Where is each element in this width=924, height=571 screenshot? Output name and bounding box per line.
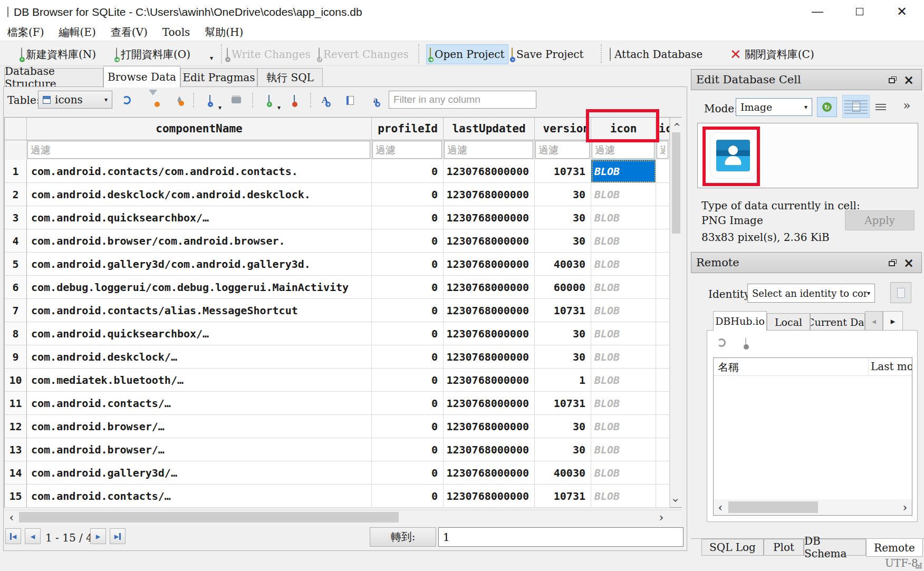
- goto-button[interactable]: 轉到:: [370, 527, 436, 547]
- table-select[interactable]: icons ▾: [38, 91, 112, 109]
- scroll-up-button[interactable]: ›: [670, 118, 682, 131]
- column-filter-input[interactable]: [657, 141, 668, 159]
- cell-lastupdated[interactable]: 1230768000000: [444, 345, 535, 369]
- cell-version[interactable]: 40030: [535, 461, 591, 485]
- cell-lastupdated[interactable]: 1230768000000: [444, 461, 535, 485]
- cell-version[interactable]: 30: [535, 229, 591, 253]
- column-header-lastupdated[interactable]: lastUpdated: [444, 118, 535, 140]
- cell-profileid[interactable]: 0: [372, 345, 444, 369]
- cell-lastupdated[interactable]: 1230768000000: [444, 253, 535, 276]
- delete-record-button[interactable]: [287, 93, 302, 108]
- cell-componentname[interactable]: com.android.quicksearchbox/…: [27, 206, 372, 229]
- cell-profileid[interactable]: 0: [372, 299, 444, 322]
- bottom-tab-sql-log[interactable]: SQL Log: [701, 539, 764, 556]
- cell-componentname[interactable]: com.android.deskclock/…: [27, 345, 372, 369]
- format-case-button[interactable]: a▾: [368, 93, 383, 108]
- close-database-button[interactable]: ✕ 關閉資料庫(C): [727, 44, 817, 64]
- cell-partial[interactable]: [656, 299, 670, 322]
- save-table-button[interactable]: ▪: [203, 93, 217, 108]
- refresh-button[interactable]: [119, 93, 134, 108]
- horizontal-scroll-thumb[interactable]: [728, 501, 818, 513]
- column-filter-input[interactable]: [27, 141, 370, 159]
- insert-record-dropdown-icon[interactable]: ▾: [277, 104, 281, 111]
- cell-componentname[interactable]: com.mediatek.bluetooth/…: [27, 369, 372, 392]
- cell-lastupdated[interactable]: 1230768000000: [444, 299, 535, 322]
- cell-profileid[interactable]: 0: [372, 369, 444, 392]
- cell-profileid[interactable]: 0: [372, 183, 444, 206]
- cell-version[interactable]: 10731: [535, 299, 591, 322]
- column-header-partial[interactable]: ic: [656, 118, 670, 140]
- remote-tab-dbhub[interactable]: DBHub.io: [713, 311, 767, 331]
- insert-record-button[interactable]: +: [262, 93, 276, 108]
- cell-partial[interactable]: [656, 485, 670, 508]
- cell-icon-blob[interactable]: BLOB: [591, 160, 656, 183]
- cell-componentname[interactable]: com.android.deskclock/com.android.deskcl…: [27, 183, 372, 206]
- cell-version[interactable]: 30: [535, 415, 591, 438]
- cell-icon-blob[interactable]: BLOB: [591, 253, 656, 276]
- menu-help[interactable]: 幫助(H): [197, 24, 251, 41]
- column-filter-input[interactable]: [592, 141, 654, 159]
- tab-browse-data[interactable]: Browse Data: [103, 66, 180, 88]
- cell-lastupdated[interactable]: 1230768000000: [444, 206, 535, 229]
- menu-tools[interactable]: Tools: [155, 24, 198, 41]
- cell-componentname[interactable]: com.android.contacts/…: [27, 392, 372, 415]
- cell-version[interactable]: 10731: [535, 485, 591, 508]
- attach-database-button[interactable]: Attach Database: [607, 44, 706, 64]
- cell-profileid[interactable]: 0: [372, 485, 444, 508]
- vertical-scroll-thumb[interactable]: [672, 132, 680, 234]
- scroll-down-button[interactable]: ›: [670, 493, 682, 507]
- cell-version[interactable]: 1: [535, 369, 591, 392]
- cell-profileid[interactable]: 0: [372, 276, 444, 299]
- cell-lastupdated[interactable]: 1230768000000: [444, 438, 535, 461]
- scroll-left-button[interactable]: ‹: [714, 499, 727, 515]
- close-panel-icon[interactable]: ×: [903, 257, 914, 269]
- tab-edit-pragmas[interactable]: Edit Pragmas: [180, 68, 257, 87]
- cell-lastupdated[interactable]: 1230768000000: [444, 392, 535, 415]
- cell-partial[interactable]: [656, 229, 670, 253]
- column-filter-input[interactable]: [372, 141, 442, 159]
- cell-partial[interactable]: [656, 276, 670, 299]
- cell-partial[interactable]: [656, 438, 670, 461]
- cell-icon-blob[interactable]: BLOB: [591, 415, 656, 438]
- cell-icon-blob[interactable]: BLOB: [591, 485, 656, 508]
- column-filter-input[interactable]: [444, 141, 533, 159]
- remote-refresh-button[interactable]: [714, 335, 729, 350]
- open-database-dropdown-icon[interactable]: ▾: [210, 54, 213, 62]
- remote-list-scrollbar[interactable]: ‹ ›: [714, 499, 912, 515]
- open-project-button[interactable]: ➜ Open Project: [426, 44, 508, 64]
- close-button[interactable]: ✕: [888, 0, 916, 23]
- cell-partial[interactable]: [656, 415, 670, 438]
- column-header-icon[interactable]: icon: [591, 118, 656, 140]
- cell-profileid[interactable]: 0: [372, 392, 444, 415]
- clear-filters-button[interactable]: [146, 93, 160, 108]
- column-header-profileid[interactable]: profileId: [372, 118, 444, 140]
- horizontal-scroll-thumb[interactable]: [19, 512, 399, 522]
- tab-database-structure[interactable]: Database Structure: [4, 68, 103, 87]
- scroll-right-button[interactable]: ›: [898, 499, 912, 515]
- minimize-button[interactable]: —: [804, 0, 831, 23]
- cell-version[interactable]: 30: [535, 206, 591, 229]
- import-data-button[interactable]: ↻: [817, 97, 837, 117]
- maximize-button[interactable]: [846, 0, 873, 23]
- cell-partial[interactable]: [656, 322, 670, 345]
- cell-profileid[interactable]: 0: [372, 461, 444, 485]
- cell-version[interactable]: 30: [535, 438, 591, 461]
- cell-partial[interactable]: [656, 369, 670, 392]
- cell-lastupdated[interactable]: 1230768000000: [444, 229, 535, 253]
- cell-profileid[interactable]: 0: [372, 160, 444, 183]
- cell-componentname[interactable]: com.android.browser/…: [27, 415, 372, 438]
- mode-select[interactable]: Image ▾: [736, 98, 812, 116]
- cell-lastupdated[interactable]: 1230768000000: [444, 160, 535, 183]
- print-button[interactable]: [229, 93, 244, 108]
- cell-profileid[interactable]: 0: [372, 253, 444, 276]
- cell-icon-blob[interactable]: BLOB: [591, 461, 656, 485]
- cell-icon-blob[interactable]: BLOB: [591, 369, 656, 392]
- cell-icon-blob[interactable]: BLOB: [591, 392, 656, 415]
- open-database-button[interactable]: ➜ 打開資料庫(O): [113, 44, 194, 64]
- next-page-button[interactable]: ▸: [90, 528, 106, 544]
- clear-sort-button[interactable]: ▲▼: [172, 93, 187, 108]
- cell-componentname[interactable]: com.android.contacts/com.android.contact…: [27, 160, 372, 183]
- list-header-name[interactable]: 名稱: [714, 358, 869, 375]
- bottom-tab-plot[interactable]: Plot: [764, 539, 804, 556]
- cell-componentname[interactable]: com.debug.loggerui/com.debug.loggerui.Ma…: [27, 276, 372, 299]
